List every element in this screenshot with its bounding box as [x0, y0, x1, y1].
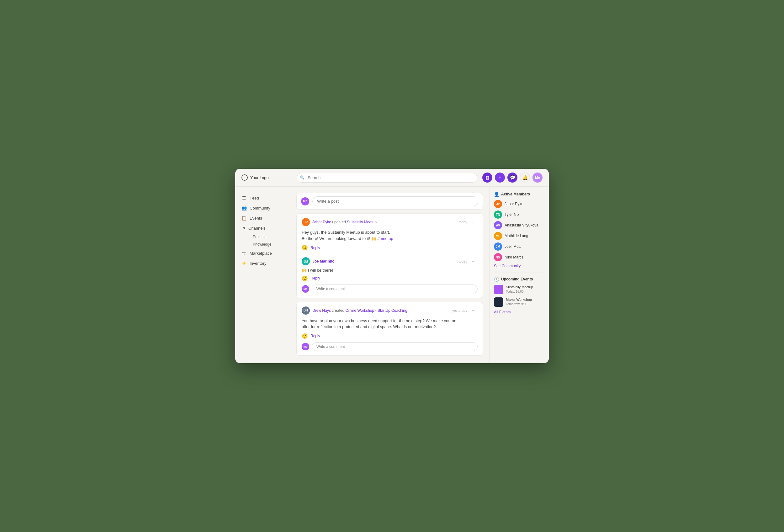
active-members-title: 👤 Active Members — [494, 192, 544, 197]
search-icon: 🔍 — [300, 175, 305, 180]
event-maker-name: Maker Workshop — [506, 297, 532, 302]
write-post-bar: Me — [296, 193, 483, 209]
sidebar-label-channels: Channels — [248, 226, 265, 230]
message-icon: 💬 — [510, 175, 515, 180]
right-panel: 👤 Active Members JP Jabor Pyke TN Tyler … — [489, 187, 549, 363]
sidebar-label-events: Events — [250, 216, 262, 221]
event-sustainily[interactable]: Sustainily Meetup Today, 16:00 — [494, 285, 544, 294]
see-community-link[interactable]: See Community — [494, 264, 544, 268]
comment-1-avatar: JM — [302, 257, 310, 265]
post-1-reply-link[interactable]: Reply — [310, 246, 320, 250]
post-2-commenter-avatar: Me — [302, 343, 309, 351]
member-jabor-name: Jabor Pyke — [505, 202, 524, 206]
bell-icon: 🔔 — [523, 175, 528, 180]
member-jabor[interactable]: JP Jabor Pyke — [494, 200, 544, 208]
message-button[interactable]: 💬 — [507, 172, 517, 183]
sidebar-label-inventory: Inventory — [250, 261, 266, 266]
current-user-avatar: Me — [301, 197, 309, 205]
calendar-button[interactable]: ▦ — [482, 172, 492, 183]
post-1-header: JP Jabor Pyke updated Sustainily Meetup … — [302, 218, 478, 226]
sidebar-item-community[interactable]: 👥 Community — [235, 203, 290, 213]
post-1-actions: 🙂 Reply — [302, 245, 478, 251]
member-tyler-name: Tyler Nix — [505, 212, 519, 217]
sidebar-item-inventory[interactable]: ⚡ Inventory — [235, 258, 290, 268]
app-header: Your Logo 🔍 ▦ + 💬 🔔 Me — [235, 169, 549, 187]
comment-1-emoji-button[interactable]: 🙂 — [302, 275, 308, 281]
member-niko-name: Niko Marcs — [505, 255, 524, 259]
sidebar-label-marketplace: Marketplace — [250, 251, 272, 256]
chevron-down-icon: ▾ — [242, 226, 247, 230]
member-joell[interactable]: JM Joell Mott — [494, 243, 544, 251]
post-1-subject-link[interactable]: Sustainily Meetup — [347, 220, 376, 224]
comment-1-author: Joe Marinho — [312, 259, 335, 263]
app-body: ☰ Feed 👥 Community 📋 Events ▾ Channels P… — [235, 187, 549, 363]
post-2-subject-link[interactable]: Online Workshop - StartUp Coaching — [345, 308, 407, 313]
member-mathilde-avatar: ML — [494, 232, 502, 240]
post-2-reply-link[interactable]: Reply — [310, 334, 320, 338]
bell-button[interactable]: 🔔 — [520, 172, 530, 183]
post-1-comment-input[interactable] — [312, 284, 478, 293]
sidebar-item-channels[interactable]: ▾ Channels — [235, 223, 290, 233]
post-1-comment-1: JM Joe Marinho today ··· 🙌 I will be the… — [302, 254, 478, 281]
post-2-actions: 🙂 Reply — [302, 333, 478, 339]
sidebar-item-feed[interactable]: ☰ Feed — [235, 193, 290, 203]
member-mathilde-name: Mathilde Lang — [505, 234, 528, 238]
write-post-input[interactable] — [312, 196, 478, 206]
post-2-author-avatar: DH — [302, 306, 310, 315]
post-2-author-link[interactable]: Drew Hays — [312, 308, 331, 313]
member-anastasia-avatar: AV — [494, 221, 502, 229]
inventory-icon: ⚡ — [242, 261, 247, 266]
post-card-1: JP Jabor Pyke updated Sustainily Meetup … — [296, 213, 483, 298]
sidebar-label-feed: Feed — [250, 196, 259, 200]
post-1-body: Hey guys, the Sustainily Meetup is about… — [302, 229, 478, 242]
sidebar-label-projects: Projects — [253, 235, 266, 239]
event-maker[interactable]: Maker Workshop Tomorrow, 9:00 — [494, 297, 544, 307]
post-2-emoji-button[interactable]: 🙂 — [302, 333, 308, 339]
comment-1-options-button[interactable]: ··· — [470, 258, 478, 265]
member-tyler[interactable]: TN Tyler Nix — [494, 211, 544, 219]
comment-1-reply-link[interactable]: Reply — [310, 276, 320, 280]
event-sustainily-thumb — [494, 285, 503, 294]
sidebar-item-knowledge[interactable]: Knowledge — [250, 241, 290, 248]
member-niko[interactable]: NM Niko Marcs — [494, 253, 544, 261]
member-joell-name: Joell Mott — [505, 244, 521, 249]
user-avatar-initials: Me — [535, 176, 540, 179]
sidebar-item-marketplace[interactable]: ⇆ Marketplace — [235, 248, 290, 258]
member-joell-avatar: JM — [494, 243, 502, 251]
post-2-comment-input-row: Me — [302, 342, 478, 351]
community-icon: 👥 — [242, 205, 247, 211]
post-2-meta: Drew Hays created Online Workshop - Star… — [312, 308, 408, 313]
post-2-options-button[interactable]: ··· — [470, 307, 478, 314]
sidebar-label-knowledge: Knowledge — [253, 242, 271, 247]
post-card-2: DH Drew Hays created Online Workshop - S… — [296, 302, 483, 356]
post-1-options-button[interactable]: ··· — [470, 219, 478, 226]
member-jabor-avatar: JP — [494, 200, 502, 208]
sidebar-item-events[interactable]: 📋 Events — [235, 213, 290, 223]
all-events-link[interactable]: All Events — [494, 310, 544, 314]
post-1-author-link[interactable]: Jabor Pyke — [312, 220, 331, 224]
member-anastasia[interactable]: AV Anastasia Vityukova — [494, 221, 544, 229]
add-button[interactable]: + — [495, 172, 505, 183]
events-icon: 📋 — [242, 216, 247, 221]
member-mathilde[interactable]: ML Mathilde Lang — [494, 232, 544, 240]
sidebar: ☰ Feed 👥 Community 📋 Events ▾ Channels P… — [235, 187, 290, 363]
search-bar: 🔍 — [297, 173, 477, 183]
post-1-author-avatar: JP — [302, 218, 310, 226]
main-feed: Me JP Jabor Pyke updated Sustainily Meet… — [290, 187, 489, 363]
post-1-emoji-button[interactable]: 🙂 — [302, 245, 308, 251]
active-members-icon: 👤 — [494, 192, 499, 197]
logo-area: Your Logo — [242, 174, 292, 181]
post-2-time: yesterday — [452, 309, 467, 312]
header-actions: ▦ + 💬 🔔 Me — [482, 172, 542, 183]
search-input[interactable] — [297, 173, 477, 183]
event-sustainily-name: Sustainily Meetup — [506, 285, 533, 289]
plus-icon: + — [499, 175, 501, 180]
post-2-body: You have or plan your own business need … — [302, 318, 478, 330]
logo-icon — [242, 174, 248, 181]
logo-text: Your Logo — [250, 175, 269, 180]
member-tyler-avatar: TN — [494, 211, 502, 219]
post-2-comment-input[interactable] — [312, 342, 478, 351]
sidebar-item-projects[interactable]: Projects — [250, 233, 290, 241]
user-avatar[interactable]: Me — [532, 172, 542, 183]
sidebar-sub-menu: Projects Knowledge — [235, 233, 290, 248]
